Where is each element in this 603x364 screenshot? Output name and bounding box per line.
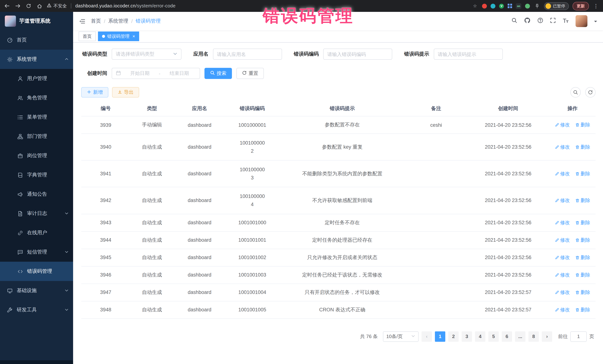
show-search-toggle-button[interactable] — [570, 87, 581, 98]
search-button[interactable]: 搜索 — [204, 68, 232, 79]
tab-label: 首页 — [83, 33, 92, 39]
edit-link[interactable]: 修改 — [555, 237, 570, 243]
delete-link[interactable]: 删除 — [575, 170, 590, 177]
breadcrumb-item[interactable]: 首页 — [91, 18, 101, 24]
delete-link[interactable]: 删除 — [575, 237, 590, 243]
delete-link[interactable]: 删除 — [575, 197, 590, 204]
browser-extensions: ☆ V on 已暂停 更新 ⋮ — [472, 2, 599, 10]
delete-link[interactable]: 删除 — [575, 272, 590, 278]
sidebar-item-9[interactable]: 通知公告 — [0, 185, 73, 204]
logo-image — [5, 16, 16, 27]
next-page-button[interactable]: › — [542, 331, 552, 342]
extension-grid-icon[interactable] — [508, 4, 512, 8]
cell-created: 2021-04-20 23:52:56 — [467, 214, 549, 231]
page-size-select[interactable]: 10条/页 — [383, 331, 418, 342]
page-button-8[interactable]: 8 — [528, 331, 539, 342]
sidebar-item-10[interactable]: 审计日志 — [0, 204, 73, 223]
goto-page-input[interactable] — [570, 331, 587, 342]
edit-link[interactable]: 修改 — [555, 144, 570, 150]
sidebar-item-7[interactable]: 岗位管理 — [0, 146, 73, 165]
page-button-2[interactable]: 2 — [448, 331, 459, 342]
cell-remark — [405, 134, 467, 160]
sidebar-toggle-icon[interactable] — [79, 18, 85, 24]
delete-link[interactable]: 删除 — [575, 289, 590, 296]
cell-message: 只有开启状态的任务，才可以修改 — [279, 284, 405, 301]
extension-onetab-icon[interactable]: on — [516, 3, 521, 9]
bookmark-star-icon[interactable]: ☆ — [472, 3, 478, 9]
error-code-input[interactable] — [327, 51, 388, 57]
delete-link[interactable]: 删除 — [575, 144, 590, 150]
error-type-select[interactable]: 请选择错误码类型 — [112, 49, 181, 60]
edit-link[interactable]: 修改 — [555, 197, 570, 204]
page-button-6[interactable]: 6 — [502, 331, 512, 342]
extension-pin-icon[interactable] — [533, 3, 540, 9]
sidebar-item-15[interactable]: 研发工具 — [0, 300, 73, 320]
delete-link[interactable]: 删除 — [575, 254, 590, 261]
prev-page-button[interactable]: ‹ — [422, 331, 432, 342]
sidebar-item-13[interactable]: 错误码管理 — [0, 262, 73, 281]
font-size-icon[interactable] — [563, 17, 569, 25]
sidebar-item-3[interactable]: 用户管理 — [0, 69, 73, 88]
avatar-caret-icon[interactable] — [594, 21, 597, 24]
edit-link[interactable]: 修改 — [555, 254, 570, 261]
extension-record-icon[interactable] — [482, 3, 487, 8]
browser-reload-icon[interactable] — [25, 3, 32, 9]
edit-link[interactable]: 修改 — [555, 306, 570, 313]
edit-link[interactable]: 修改 — [555, 170, 570, 177]
export-button[interactable]: 导出 — [112, 87, 139, 98]
cell-remark — [405, 214, 467, 231]
refresh-table-button[interactable] — [585, 87, 596, 98]
search-icon[interactable] — [511, 17, 517, 25]
sidebar-item-4[interactable]: 角色管理 — [0, 88, 73, 108]
github-icon[interactable] — [524, 17, 531, 25]
page-ellipsis-button[interactable]: ... — [515, 331, 525, 342]
delete-link[interactable]: 删除 — [575, 306, 590, 313]
sidebar-item-1[interactable]: 首页 — [0, 30, 73, 50]
sidebar-item-8[interactable]: 字典管理 — [0, 165, 73, 185]
extension-leaf-icon[interactable] — [525, 3, 530, 8]
browser-update-button[interactable]: 更新 — [573, 2, 589, 10]
page-tab[interactable]: 错误码管理× — [98, 32, 139, 41]
browser-forward-icon[interactable] — [14, 3, 21, 9]
sidebar-item-label: 错误码管理 — [27, 268, 52, 275]
sidebar-item-12[interactable]: 短信管理 — [0, 243, 73, 262]
profile-paused-chip[interactable]: 已暂停 — [544, 2, 569, 10]
help-icon[interactable] — [537, 17, 543, 25]
address-bar[interactable]: dashboard.yudao.iocoder.cn/system/error-… — [75, 3, 175, 9]
edit-link[interactable]: 修改 — [555, 289, 570, 296]
browser-menu-icon[interactable]: ⋮ — [593, 3, 599, 9]
fullscreen-icon[interactable] — [550, 17, 556, 25]
sidebar-item-5[interactable]: 菜单管理 — [0, 108, 73, 127]
delete-link[interactable]: 删除 — [575, 219, 590, 226]
site-security-badge[interactable]: 不安全 — [47, 3, 67, 9]
page-button-3[interactable]: 3 — [462, 331, 472, 342]
breadcrumb-item[interactable]: 系统管理 — [108, 18, 128, 24]
sidebar-item-11[interactable]: 在线用户 — [0, 223, 73, 243]
tab-close-icon[interactable]: × — [132, 34, 135, 39]
sidebar-item-2[interactable]: 系统管理 — [0, 50, 73, 69]
magnifier-icon — [573, 90, 578, 95]
user-avatar[interactable] — [576, 15, 587, 27]
extension-v-icon[interactable]: V — [499, 3, 504, 8]
edit-link[interactable]: 修改 — [555, 272, 570, 278]
edit-link[interactable]: 修改 — [555, 121, 570, 128]
cell-code: 1001000004 — [225, 187, 279, 214]
add-button[interactable]: 新增 — [81, 87, 108, 98]
browser-back-icon[interactable] — [4, 3, 10, 9]
app-name-input[interactable] — [217, 51, 278, 57]
reset-button[interactable]: 重置 — [236, 68, 264, 79]
edit-link[interactable]: 修改 — [555, 219, 570, 226]
page-button-4[interactable]: 4 — [475, 331, 485, 342]
pencil-icon — [555, 145, 559, 149]
page-button-1[interactable]: 1 — [435, 331, 445, 342]
extension-drop-icon[interactable] — [491, 3, 495, 8]
error-message-input[interactable] — [438, 51, 499, 57]
sidebar-item-14[interactable]: 基础设施 — [0, 281, 73, 300]
create-time-range-picker[interactable]: 开始日期 - 结束日期 — [112, 68, 200, 79]
sidebar-item-6[interactable]: 部门管理 — [0, 127, 73, 146]
page-button-5[interactable]: 5 — [488, 331, 499, 342]
page-tab[interactable]: 首页 — [79, 32, 96, 41]
browser-home-icon[interactable] — [36, 3, 43, 9]
app-logo[interactable]: 芋道管理系统 — [0, 12, 73, 30]
delete-link[interactable]: 删除 — [575, 121, 590, 128]
